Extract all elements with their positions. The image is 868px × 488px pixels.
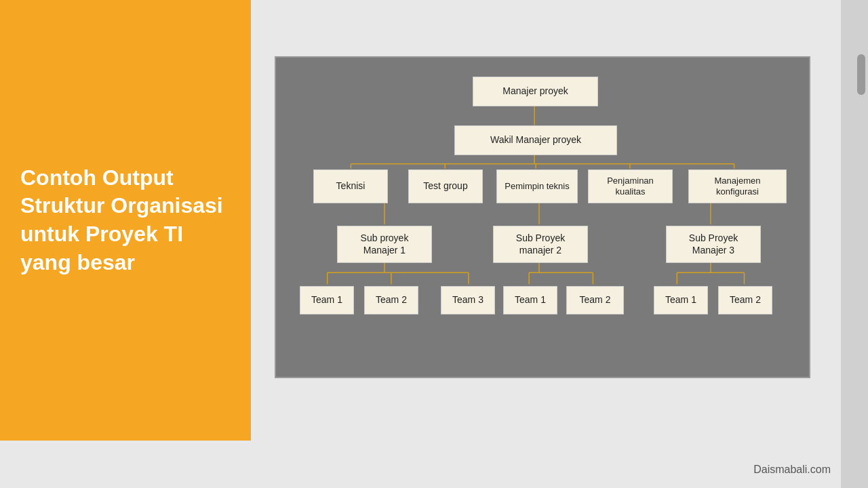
team-2c-box: Team 2 xyxy=(718,286,772,314)
sub1-box: Sub proyek Manajer 1 xyxy=(337,226,432,263)
team-2a-box: Team 2 xyxy=(364,286,418,314)
left-panel-text: Contoh Output Struktur Organisasi untuk … xyxy=(20,164,231,277)
brand-text: Daismabali.com xyxy=(753,464,831,476)
left-panel: Contoh Output Struktur Organisasi untuk … xyxy=(0,0,251,441)
sub3-box: Sub Proyek Manajer 3 xyxy=(666,226,761,263)
team-3a-box: Team 3 xyxy=(441,286,495,314)
pemimpin-teknis-box: Pemimpin teknis xyxy=(496,169,578,203)
scroll-thumb[interactable] xyxy=(857,54,865,95)
penjaminan-kualitas-box: Penjaminan kualitas xyxy=(588,169,673,203)
team-2b-box: Team 2 xyxy=(566,286,624,314)
test-group-box: Test group xyxy=(408,169,483,203)
manajer-proyek-box: Manajer proyek xyxy=(473,77,598,106)
scrollbar[interactable] xyxy=(841,0,868,488)
sub2-box: Sub Proyek manajer 2 xyxy=(493,226,588,263)
team-1c-box: Team 1 xyxy=(654,286,708,314)
wakil-manajer-box: Wakil Manajer proyek xyxy=(454,125,617,155)
diagram-area: Manajer proyek Wakil Manajer proyek Tekn… xyxy=(275,56,810,378)
teknisi-box: Teknisi xyxy=(313,169,388,203)
manajemen-konfigurasi-box: Manajemen konfigurasi xyxy=(688,169,787,203)
team-1a-box: Team 1 xyxy=(300,286,354,314)
team-1b-box: Team 1 xyxy=(503,286,557,314)
